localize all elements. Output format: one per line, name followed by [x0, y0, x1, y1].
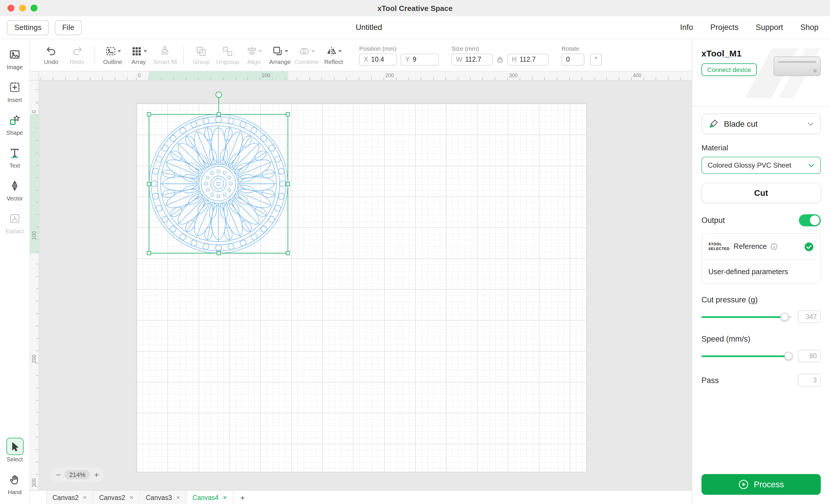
- sidebar-item-hand[interactable]: Hand: [0, 467, 29, 499]
- position-y-input[interactable]: Y 9: [401, 53, 439, 65]
- sidebar-item-shape[interactable]: Shape: [0, 107, 29, 140]
- speed-label: Speed (mm/s): [701, 335, 821, 343]
- selection-handle-ne[interactable]: [286, 112, 290, 116]
- rotate-group: Rotate 0 °: [562, 45, 602, 65]
- chevron-down-icon: [808, 163, 815, 167]
- shape-icon: [6, 111, 23, 129]
- device-card: xTool_M1 Connect device: [701, 48, 821, 98]
- ruler-mark: 400: [633, 73, 641, 78]
- toolbar-align-button: Align: [241, 45, 267, 65]
- sidebar-item-insert[interactable]: Insert: [0, 74, 29, 107]
- nav-info[interactable]: Info: [680, 23, 693, 32]
- speed-input[interactable]: 80: [798, 349, 821, 362]
- nav-projects[interactable]: Projects: [710, 23, 739, 32]
- size-height-input[interactable]: H 112.7: [507, 53, 549, 65]
- selection-handle-sw[interactable]: [147, 251, 151, 255]
- material-select[interactable]: Colored Glossy PVC Sheet: [701, 157, 821, 174]
- speed-slider-thumb[interactable]: [784, 352, 792, 360]
- device-image: [771, 48, 821, 84]
- size-width-input[interactable]: W 112.7: [451, 53, 493, 65]
- ruler-mark: 200: [31, 350, 37, 368]
- reflect-icon: [325, 45, 337, 57]
- add-canvas-button[interactable]: +: [233, 491, 252, 504]
- reference-label: Reference: [734, 242, 767, 250]
- ruler-mark: 300: [31, 474, 37, 490]
- close-icon[interactable]: ✕: [176, 495, 181, 500]
- zoom-level[interactable]: 214%: [65, 470, 90, 479]
- tool-label: Blade cut: [724, 119, 758, 129]
- outline-icon: [105, 45, 116, 57]
- tab-canvas2-2[interactable]: Canvas2✕: [93, 491, 140, 504]
- close-icon[interactable]: ✕: [83, 495, 87, 500]
- sidebar-item-label: Select: [7, 456, 23, 463]
- cut-pressure-slider-thumb[interactable]: [781, 313, 789, 321]
- canvas-tabs: Canvas2✕Canvas2✕Canvas3✕Canvas4✕+: [30, 490, 692, 504]
- rotate-handle[interactable]: [215, 92, 222, 98]
- selection-handle-e[interactable]: [286, 182, 290, 186]
- info-icon[interactable]: [771, 243, 778, 250]
- sidebar-item-label: Image: [7, 64, 23, 70]
- zoom-in-button[interactable]: +: [94, 471, 99, 479]
- toolbar-button-label: Combine: [294, 58, 319, 65]
- selection-handle-s[interactable]: [217, 251, 220, 255]
- selection-handle-w[interactable]: [147, 182, 151, 186]
- fullscreen-window-button[interactable]: [31, 5, 37, 11]
- toolbar-array-button[interactable]: Array: [126, 45, 152, 65]
- chevron-down-icon: [284, 50, 288, 52]
- connect-device-button[interactable]: Connect device: [701, 63, 757, 76]
- cut-tab[interactable]: Cut: [701, 183, 821, 203]
- selection-handle-nw[interactable]: [147, 112, 151, 116]
- process-button[interactable]: Process: [701, 474, 821, 495]
- pass-input[interactable]: 3: [798, 374, 821, 387]
- toolbar-button-label: Group: [193, 58, 210, 65]
- position-x-input[interactable]: X 10.4: [359, 53, 397, 65]
- toolbar-reflect-button[interactable]: Reflect: [320, 45, 346, 65]
- zoom-out-button[interactable]: −: [56, 471, 61, 479]
- tab-label: Canvas3: [146, 494, 172, 501]
- tab-canvas3-3[interactable]: Canvas3✕: [140, 491, 187, 504]
- sidebar-item-vector[interactable]: Vector: [0, 173, 29, 206]
- sidebar-item-image[interactable]: Image: [0, 41, 29, 74]
- cut-pressure-input[interactable]: 347: [798, 310, 821, 323]
- user-defined-parameter-row[interactable]: User-defined parameters: [702, 259, 820, 283]
- toolbar-undo-button[interactable]: Undo: [38, 45, 64, 65]
- hand-icon: [6, 471, 23, 488]
- sidebar-item-label: Hand: [8, 489, 22, 495]
- settings-button[interactable]: Settings: [7, 20, 49, 35]
- toolbar-combine-button: Combine: [293, 45, 320, 65]
- toolbar-separator: [95, 46, 95, 64]
- minimize-window-button[interactable]: [19, 5, 26, 11]
- selection-handle-n[interactable]: [217, 112, 220, 116]
- toolbar-ungroup-button: Ungroup: [215, 45, 241, 65]
- reference-parameter-row[interactable]: XTOOL SELECTED Reference: [702, 234, 820, 259]
- toolbar-button-label: Arrange: [269, 58, 291, 65]
- rotate-stick: [219, 97, 219, 112]
- cut-pressure-slider[interactable]: [701, 316, 792, 318]
- toolbar-arrange-button[interactable]: Arrange: [267, 45, 293, 65]
- rotate-unit[interactable]: °: [590, 53, 602, 65]
- rotate-input[interactable]: 0: [562, 53, 584, 65]
- nav-shop[interactable]: Shop: [800, 23, 819, 32]
- selected-check-icon: [804, 242, 814, 251]
- toolbar-outline-button[interactable]: Outline: [100, 45, 126, 65]
- selection-box[interactable]: [149, 114, 288, 254]
- play-icon: [738, 479, 749, 490]
- selection-handle-se[interactable]: [286, 251, 290, 255]
- close-icon[interactable]: ✕: [222, 495, 227, 500]
- close-icon[interactable]: ✕: [129, 495, 134, 500]
- output-toggle[interactable]: [799, 214, 821, 226]
- nav-support[interactable]: Support: [756, 23, 783, 32]
- canvas-area[interactable]: 0100200300400 0100200300: [30, 71, 692, 490]
- tab-canvas4-4[interactable]: Canvas4✕: [187, 491, 233, 504]
- sidebar-item-text[interactable]: Text: [0, 140, 29, 173]
- file-button[interactable]: File: [55, 20, 82, 35]
- speed-slider[interactable]: [701, 355, 792, 357]
- app-title: xTool Creative Space: [377, 4, 452, 12]
- sidebar-item-select[interactable]: Select: [0, 434, 29, 467]
- xtool-selected-logo: XTOOL SELECTED: [708, 242, 730, 251]
- lock-ratio-icon[interactable]: [496, 56, 504, 63]
- close-window-button[interactable]: [7, 5, 14, 11]
- processing-tool-select[interactable]: Blade cut: [701, 113, 821, 134]
- text-icon: [6, 144, 23, 161]
- tab-canvas2-1[interactable]: Canvas2✕: [46, 491, 93, 504]
